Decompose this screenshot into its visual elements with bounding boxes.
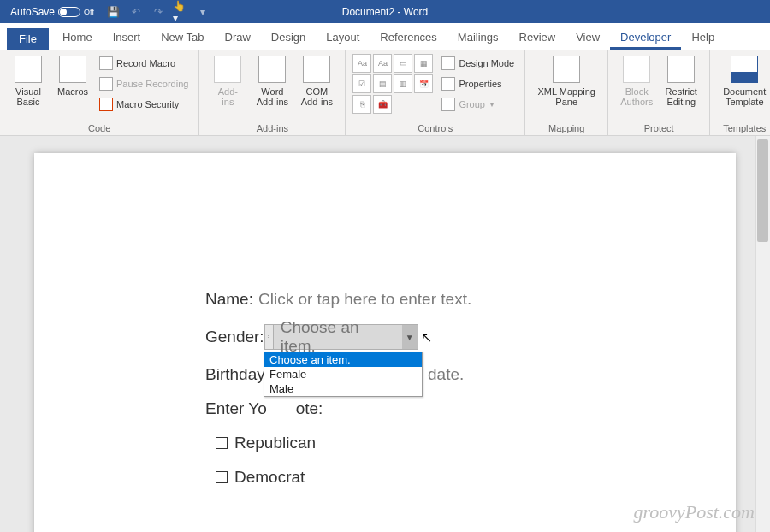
control-handle-icon[interactable]: ⋮ [265, 325, 274, 349]
group-protect-label: Protect [615, 121, 702, 133]
autosave-label: AutoSave [10, 6, 55, 18]
group-mapping: XML Mapping Pane Mapping [525, 50, 608, 135]
gender-line: Gender: ⋮ Choose an item. ▼ ↖ Choose an … [205, 324, 590, 350]
date-picker-control-icon[interactable]: 📅 [414, 74, 433, 93]
vote-label-line: Enter Your Vote: [205, 399, 590, 418]
save-icon[interactable]: 💾 [106, 4, 121, 20]
page[interactable]: Name: Click or tap here to enter text. G… [34, 153, 736, 532]
plain-text-control-icon[interactable]: Aa [373, 54, 392, 73]
repeating-section-control-icon[interactable]: ⎘ [352, 95, 371, 114]
checkbox-control[interactable] [216, 437, 228, 449]
group-addins-label: Add-ins [206, 121, 338, 133]
chevron-down-icon: ▾ [490, 101, 494, 109]
ribbon: Visual Basic Macros Record Macro Pause R… [0, 50, 770, 136]
restrict-editing-button[interactable]: Restrict Editing [660, 54, 702, 109]
legacy-tools-icon[interactable]: 🧰 [373, 95, 392, 114]
vote-label: Enter Your Vote: [205, 399, 323, 418]
block-authors-icon [623, 56, 650, 83]
combobox-control-icon[interactable]: ▤ [373, 74, 392, 93]
title-bar: AutoSave Off 💾 ↶ ↷ 👆▾ ▾ Document2 - Word [0, 0, 770, 23]
rich-text-control-icon[interactable]: Aa [352, 54, 371, 73]
vote-option-1: Republican [216, 434, 590, 452]
checkbox-control[interactable] [216, 471, 228, 483]
vote-option-label: Republican [234, 434, 316, 452]
macros-button[interactable]: Macros [51, 54, 94, 98]
cursor-icon: ↖ [421, 329, 432, 346]
tab-references[interactable]: References [370, 27, 447, 50]
ribbon-tabs: File Home Insert New Tab Draw Design Lay… [0, 23, 770, 50]
macro-security-button[interactable]: Macro Security [96, 95, 192, 114]
macros-icon [59, 56, 86, 83]
addins-button[interactable]: Add- ins [206, 54, 249, 109]
picture-control-icon[interactable]: ▭ [394, 54, 412, 73]
gender-dropdown-text: Choose an item. [274, 325, 402, 349]
group-mapping-label: Mapping [532, 121, 601, 133]
scroll-thumb[interactable] [757, 139, 768, 242]
group-addins: Add- ins Word Add-ins COM Add-ins Add-in… [199, 50, 346, 135]
com-addins-button[interactable]: COM Add-ins [295, 54, 338, 109]
tab-design[interactable]: Design [261, 27, 316, 50]
word-addins-button[interactable]: Word Add-ins [251, 54, 293, 109]
building-block-control-icon[interactable]: ▦ [414, 54, 433, 73]
xml-mapping-icon [553, 56, 580, 83]
name-line: Name: Click or tap here to enter text. [205, 290, 590, 309]
group-controls-label: Controls [352, 121, 518, 133]
tab-help[interactable]: Help [681, 27, 725, 50]
dropdown-option[interactable]: Choose an item. [264, 352, 422, 367]
xml-mapping-button[interactable]: XML Mapping Pane [532, 54, 601, 109]
document-title: Document2 - Word [342, 6, 428, 18]
tab-insert[interactable]: Insert [103, 27, 151, 50]
record-macro-button[interactable]: Record Macro [96, 54, 192, 73]
gender-dropdown-control[interactable]: ⋮ Choose an item. ▼ [264, 324, 418, 350]
lock-icon [667, 56, 695, 83]
group-templates: Document Template Templates [710, 50, 770, 135]
watermark: groovyPost.com [633, 501, 755, 523]
design-mode-button[interactable]: Design Mode [438, 54, 518, 73]
tab-developer[interactable]: Developer [610, 27, 681, 50]
dropdown-option[interactable]: Male [264, 381, 422, 396]
addins-icon [214, 56, 241, 83]
document-template-button[interactable]: Document Template [717, 54, 770, 109]
tab-mailings[interactable]: Mailings [447, 27, 509, 50]
pause-icon [99, 77, 113, 91]
group-button[interactable]: Group▾ [438, 95, 518, 114]
touch-mode-icon[interactable]: 👆▾ [173, 4, 188, 20]
dropdown-control-icon[interactable]: ▥ [394, 74, 412, 93]
undo-icon[interactable]: ↶ [128, 4, 144, 20]
controls-gallery: Aa Aa ▭ ▦ ☑ ▤ ▥ 📅 ⎘ 🧰 [352, 54, 433, 114]
name-label: Name: [205, 290, 253, 309]
vote-option-label: Democrat [234, 468, 305, 487]
com-addins-icon [303, 56, 330, 83]
dropdown-option[interactable]: Female [264, 367, 422, 381]
name-content-control[interactable]: Click or tap here to enter text. [258, 290, 471, 309]
qat-customize-icon[interactable]: ▾ [195, 4, 210, 20]
group-code: Visual Basic Macros Record Macro Pause R… [0, 50, 199, 135]
autosave-state: Off [84, 8, 94, 16]
redo-icon[interactable]: ↷ [151, 4, 166, 20]
chevron-down-icon[interactable]: ▼ [402, 325, 418, 349]
group-protect: Block Authors Restrict Editing Protect [608, 50, 710, 135]
tab-view[interactable]: View [566, 27, 610, 50]
tab-file[interactable]: File [7, 28, 49, 50]
autosave-toggle[interactable]: AutoSave Off [5, 6, 99, 18]
toggle-off-icon [58, 7, 80, 17]
visual-basic-button[interactable]: Visual Basic [7, 54, 50, 109]
group-icon [441, 98, 455, 111]
properties-button[interactable]: Properties [438, 74, 518, 93]
birthday-label: Birthday [205, 365, 265, 384]
visual-basic-icon [15, 56, 42, 83]
tab-home[interactable]: Home [52, 27, 103, 50]
properties-icon [441, 77, 455, 91]
tab-review[interactable]: Review [509, 27, 566, 50]
block-authors-button: Block Authors [615, 54, 658, 109]
tab-draw[interactable]: Draw [215, 27, 261, 50]
vertical-scrollbar[interactable] [755, 136, 770, 532]
tab-new-tab[interactable]: New Tab [151, 27, 214, 50]
checkbox-control-icon[interactable]: ☑ [352, 74, 371, 93]
design-mode-icon [441, 56, 455, 70]
tab-layout[interactable]: Layout [316, 27, 370, 50]
group-controls: Aa Aa ▭ ▦ ☑ ▤ ▥ 📅 ⎘ 🧰 Design Mode Proper… [346, 50, 525, 135]
shield-warning-icon [99, 98, 113, 111]
group-code-label: Code [7, 121, 192, 133]
record-icon [99, 56, 113, 70]
